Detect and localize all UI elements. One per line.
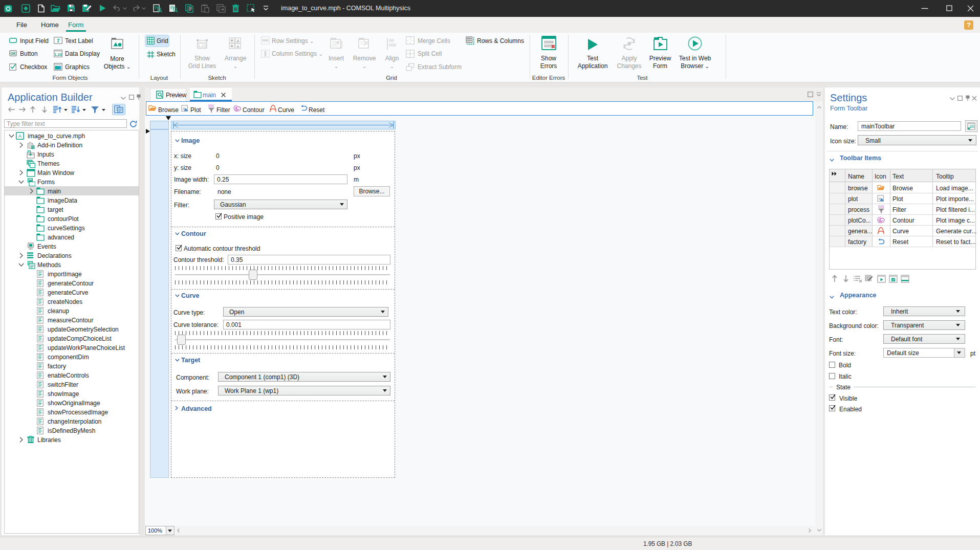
svg-text:A: A <box>18 133 22 139</box>
svg-text:T: T <box>56 38 60 43</box>
svg-text:OK: OK <box>10 52 16 55</box>
svg-text:1.23: 1.23 <box>198 43 206 48</box>
svg-text:1.23: 1.23 <box>54 52 62 57</box>
